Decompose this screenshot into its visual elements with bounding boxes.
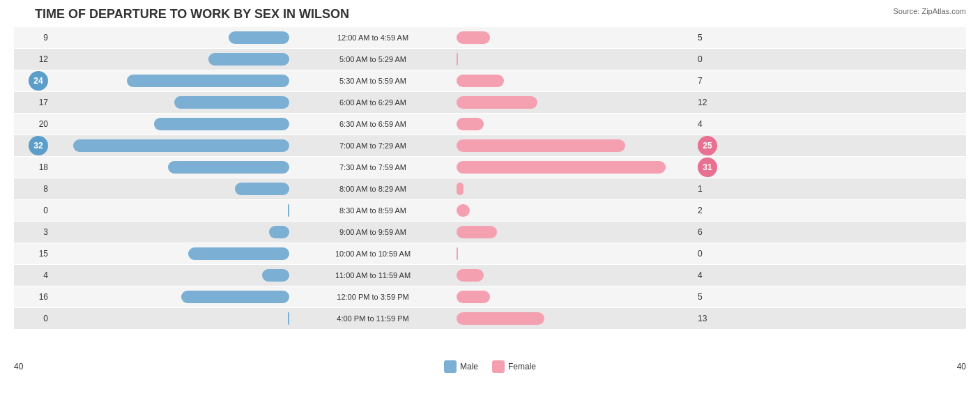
female-value: 7 <box>694 76 732 86</box>
male-bar <box>262 269 289 282</box>
male-value: 16 <box>14 292 52 302</box>
female-bar-area <box>457 269 694 282</box>
female-value: 0 <box>694 54 732 64</box>
male-bar <box>269 226 289 238</box>
time-label: 8:30 AM to 8:59 AM <box>289 206 457 215</box>
male-bar-area <box>52 204 289 217</box>
axis-right-label: 40 <box>957 362 966 371</box>
female-bar <box>457 291 490 303</box>
female-bar-area <box>457 75 694 87</box>
female-bar-area <box>457 226 694 238</box>
legend: Male Female <box>444 360 536 373</box>
female-value: 4 <box>694 119 732 129</box>
female-bar-area <box>457 312 694 325</box>
male-bar <box>181 291 289 303</box>
female-bar-area <box>457 118 694 130</box>
chart-row: 24 5:30 AM to 5:59 AM 7 <box>14 70 966 91</box>
time-label: 4:00 PM to 11:59 PM <box>289 314 457 323</box>
male-value: 15 <box>14 249 52 259</box>
chart-row: 17 6:00 AM to 6:29 AM 12 <box>14 92 966 113</box>
male-value: 17 <box>14 98 52 107</box>
female-value: 0 <box>694 249 732 259</box>
time-label: 10:00 AM to 10:59 AM <box>289 250 457 258</box>
chart-row: 12 5:00 AM to 5:29 AM 0 <box>14 49 966 70</box>
time-label: 9:00 AM to 9:59 AM <box>289 228 457 236</box>
male-value: 12 <box>14 54 52 64</box>
female-bar-area <box>457 204 694 217</box>
female-bar <box>457 204 470 217</box>
chart-row: 32 7:00 AM to 7:29 AM 25 <box>14 135 966 156</box>
legend-female: Female <box>492 360 536 373</box>
female-bar <box>457 96 537 109</box>
female-bar <box>457 139 625 152</box>
female-bar <box>457 312 544 325</box>
female-bar-area <box>457 183 694 195</box>
chart-footer: 40 Male Female 40 <box>14 358 966 373</box>
male-bar <box>154 118 289 130</box>
female-value: 4 <box>694 270 732 280</box>
male-value: 0 <box>14 314 52 323</box>
time-label: 8:00 AM to 8:29 AM <box>289 185 457 193</box>
female-bar-area <box>457 161 694 174</box>
female-bar <box>457 118 484 130</box>
legend-female-label: Female <box>508 362 536 371</box>
male-bar <box>73 139 289 152</box>
legend-male-label: Male <box>460 362 478 371</box>
female-bar-area <box>457 247 694 260</box>
chart-row: 9 12:00 AM to 4:59 AM 5 <box>14 27 966 48</box>
male-value: 32 <box>14 136 52 155</box>
male-bar <box>208 53 289 66</box>
chart-row: 0 4:00 PM to 11:59 PM 13 <box>14 308 966 329</box>
legend-male-box <box>444 360 457 373</box>
female-value: 12 <box>694 98 732 107</box>
female-bar <box>457 161 666 174</box>
legend-female-box <box>492 360 505 373</box>
female-bar-area <box>457 53 694 66</box>
chart-container: TIME OF DEPARTURE TO WORK BY SEX IN WILS… <box>0 0 980 414</box>
time-label: 6:00 AM to 6:29 AM <box>289 98 457 107</box>
male-value: 9 <box>14 33 52 43</box>
time-label: 7:30 AM to 7:59 AM <box>289 163 457 171</box>
male-bar <box>127 75 289 87</box>
axis-left-label: 40 <box>14 362 23 371</box>
male-bar-area <box>52 312 289 325</box>
male-value: 0 <box>14 206 52 215</box>
chart-row: 18 7:30 AM to 7:59 AM 31 <box>14 157 966 178</box>
male-bar <box>188 247 289 260</box>
female-bar <box>457 226 497 238</box>
time-label: 5:30 AM to 5:59 AM <box>289 77 457 85</box>
male-bar <box>235 183 289 195</box>
female-bar <box>457 53 458 66</box>
female-value: 2 <box>694 206 732 215</box>
male-bar-area <box>52 139 289 152</box>
female-bar-area <box>457 139 694 152</box>
female-value: 6 <box>694 227 732 237</box>
male-value: 20 <box>14 119 52 129</box>
chart-row: 16 12:00 PM to 3:59 PM 5 <box>14 286 966 307</box>
female-value: 31 <box>694 158 732 177</box>
male-bar-area <box>52 161 289 174</box>
female-value: 5 <box>694 33 732 43</box>
chart-area: 9 12:00 AM to 4:59 AM 5 12 5:00 AM to 5:… <box>14 27 966 358</box>
male-value: 3 <box>14 227 52 237</box>
female-bar <box>457 75 504 87</box>
chart-row: 15 10:00 AM to 10:59 AM 0 <box>14 243 966 264</box>
male-value: 4 <box>14 270 52 280</box>
female-bar <box>457 31 490 44</box>
time-label: 7:00 AM to 7:29 AM <box>289 141 457 150</box>
legend-male: Male <box>444 360 478 373</box>
source-label: Source: ZipAtlas.com <box>893 7 966 15</box>
time-label: 6:30 AM to 6:59 AM <box>289 120 457 128</box>
chart-row: 0 8:30 AM to 8:59 AM 2 <box>14 200 966 221</box>
male-value: 8 <box>14 184 52 194</box>
male-value: 24 <box>14 71 52 91</box>
male-bar <box>174 96 289 109</box>
female-value: 5 <box>694 292 732 302</box>
female-bar <box>457 183 464 195</box>
time-label: 5:00 AM to 5:29 AM <box>289 55 457 63</box>
female-bar-area <box>457 31 694 44</box>
chart-row: 4 11:00 AM to 11:59 AM 4 <box>14 265 966 286</box>
male-bar-area <box>52 53 289 66</box>
male-bar-area <box>52 247 289 260</box>
female-value: 13 <box>694 314 732 323</box>
